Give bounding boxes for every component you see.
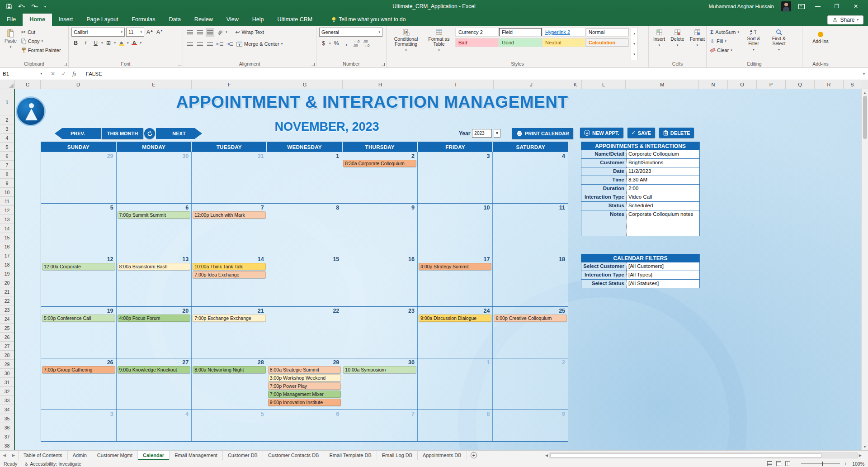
prev-month-button[interactable]: PREV. xyxy=(55,128,101,139)
row-header[interactable]: 29 xyxy=(0,360,14,369)
styles-gallery-scroll[interactable]: ▴▾▾ xyxy=(631,28,638,60)
row-header[interactable]: 26 xyxy=(0,333,14,342)
column-header[interactable]: R xyxy=(815,80,844,89)
duration-field[interactable]: 2:00 xyxy=(627,185,699,193)
day-cell[interactable]: 29 xyxy=(41,152,117,203)
day-cell[interactable]: 18 xyxy=(493,255,568,306)
column-header[interactable]: L xyxy=(582,80,626,89)
style-field[interactable]: Field xyxy=(499,28,542,37)
row-header[interactable]: 23 xyxy=(0,305,14,315)
ribbon-tab-page-layout[interactable]: Page Layout xyxy=(80,14,125,26)
ribbon-display-options-icon[interactable] xyxy=(798,4,805,9)
time-field[interactable]: 8:30 AM xyxy=(627,176,699,184)
row-header[interactable]: 9 xyxy=(0,179,14,188)
row-header[interactable]: 22 xyxy=(0,296,14,305)
interaction-type-filter-dropdown[interactable]: [All Types] xyxy=(627,271,699,279)
format-as-table-button[interactable]: Format as Table ▾ xyxy=(425,28,453,60)
this-month-button[interactable]: THIS MONTH xyxy=(102,128,143,139)
middle-align-icon[interactable] xyxy=(196,28,204,37)
style-good[interactable]: Good xyxy=(499,38,542,47)
number-dialog-launcher-icon[interactable] xyxy=(382,63,385,66)
column-header[interactable]: G xyxy=(267,80,343,89)
sheet-canvas[interactable]: APPOINTMENT & INTERACTION MANAGEMENT NOV… xyxy=(15,89,861,450)
day-cell[interactable]: 11 xyxy=(493,204,568,255)
avatar[interactable] xyxy=(781,1,791,11)
share-button[interactable]: Share ▾ xyxy=(827,15,863,24)
date-field[interactable]: 11/2/2023 xyxy=(627,167,699,176)
calendar-event[interactable]: 4:00p Strategy Summit xyxy=(419,263,492,270)
sort-filter-button[interactable]: AZ Sort & Filter ▾ xyxy=(742,28,765,60)
calendar-event[interactable]: 12:00a Corporate xyxy=(42,263,115,270)
column-header[interactable]: J xyxy=(494,80,569,89)
sheet-tab-email-log-db[interactable]: Email Log DB xyxy=(377,451,418,460)
column-header[interactable]: F xyxy=(192,80,267,89)
zoom-level[interactable]: 100% xyxy=(851,461,864,467)
day-cell[interactable]: 2 xyxy=(493,358,568,410)
increase-decimal-icon[interactable]: ←.0.00 xyxy=(352,39,361,48)
wrap-text-button[interactable]: ↩ Wrap Text xyxy=(235,28,265,37)
row-header[interactable]: 11 xyxy=(0,197,14,206)
calendar-event[interactable]: 8:00a Networking Night xyxy=(193,366,266,373)
row-header[interactable]: 27 xyxy=(0,342,14,351)
day-cell[interactable]: 25 6:00p Creative Colloquium xyxy=(493,307,568,358)
zoom-in-icon[interactable]: + xyxy=(844,461,847,467)
calendar-event[interactable]: 3:00p Workshop Weekend xyxy=(268,374,341,381)
close-button[interactable]: ✕ xyxy=(850,3,862,10)
row-header[interactable]: 8 xyxy=(0,170,14,179)
column-header[interactable]: O xyxy=(728,80,757,89)
ribbon-tab-insert[interactable]: Insert xyxy=(52,14,80,26)
copy-button[interactable]: Copy ▾ xyxy=(20,37,62,46)
column-header[interactable]: C xyxy=(15,80,41,89)
scroll-down-icon[interactable]: ▼ xyxy=(863,443,867,450)
sheet-tab-customer-contacts-db[interactable]: Customer Contacts DB xyxy=(263,451,324,460)
column-header[interactable]: Q xyxy=(786,80,815,89)
day-cell[interactable]: 7 12:00p Lunch with Mark xyxy=(192,204,267,255)
align-left-icon[interactable] xyxy=(186,40,194,48)
alignment-dialog-launcher-icon[interactable] xyxy=(311,63,315,66)
row-header[interactable]: 19 xyxy=(0,269,14,278)
scroll-left-icon[interactable]: ◀ xyxy=(545,453,548,457)
day-cell[interactable]: 10 xyxy=(418,204,493,255)
shrink-font-button[interactable]: A▼ xyxy=(156,28,164,37)
decrease-decimal-icon[interactable]: .00→.0 xyxy=(362,39,371,48)
day-cell[interactable]: 1 xyxy=(418,358,493,410)
day-cell[interactable]: 9 xyxy=(342,204,418,255)
expand-formula-bar-icon[interactable]: ▾ xyxy=(860,68,868,80)
cancel-formula-icon[interactable]: ✕ xyxy=(51,71,55,77)
horizontal-scrollbar[interactable]: ◀ ▶ xyxy=(545,452,862,459)
page-layout-view-icon[interactable] xyxy=(776,461,781,466)
ribbon-tab-help[interactable]: Help xyxy=(245,14,271,26)
row-header[interactable]: 1 xyxy=(0,89,14,115)
print-calendar-button[interactable]: PRINT CALENDAR xyxy=(512,128,573,139)
zoom-out-icon[interactable]: − xyxy=(794,461,797,467)
enter-formula-icon[interactable]: ✓ xyxy=(61,71,66,77)
comma-style-button[interactable]: , xyxy=(342,39,351,48)
name-detail-field[interactable]: Corporate Colloquium xyxy=(627,150,699,158)
notes-field[interactable]: Corporate Colloquium notes xyxy=(627,210,699,236)
sheet-tab-admin[interactable]: Admin xyxy=(68,451,92,460)
row-header[interactable]: 20 xyxy=(0,278,14,287)
page-break-view-icon[interactable] xyxy=(785,461,790,466)
refresh-button[interactable] xyxy=(144,128,155,139)
day-cell[interactable]: 1 xyxy=(267,152,343,203)
row-header[interactable]: 3 xyxy=(0,124,14,133)
format-painter-button[interactable]: Format Painter xyxy=(20,46,62,55)
row-header[interactable]: 37 xyxy=(0,432,14,441)
day-cell[interactable]: 17 4:00p Strategy Summit xyxy=(418,255,493,306)
ribbon-tab-file[interactable]: File xyxy=(0,14,23,26)
year-dropdown[interactable]: 2023 xyxy=(472,129,492,138)
row-header[interactable]: 13 xyxy=(0,215,14,224)
day-cell[interactable]: 28 8:00a Networking Night xyxy=(192,358,267,410)
day-cell[interactable]: 20 4:00p Focus Forum xyxy=(117,307,192,358)
insert-cells-button[interactable]: Insert ▾ xyxy=(651,28,667,60)
user-name[interactable]: Muhammad Asghar Hussain xyxy=(709,4,774,9)
column-header[interactable]: N xyxy=(699,80,728,89)
center-icon[interactable] xyxy=(196,40,204,48)
day-cell[interactable]: 2 8:30a Corporate Colloquium xyxy=(342,152,418,203)
row-header[interactable]: 25 xyxy=(0,324,14,333)
clipboard-dialog-launcher-icon[interactable] xyxy=(64,63,67,66)
cut-button[interactable]: ✂ Cut xyxy=(20,28,62,37)
day-cell[interactable]: 4 xyxy=(117,410,192,441)
font-dialog-launcher-icon[interactable] xyxy=(178,63,181,66)
day-cell[interactable]: 8 xyxy=(418,410,493,441)
